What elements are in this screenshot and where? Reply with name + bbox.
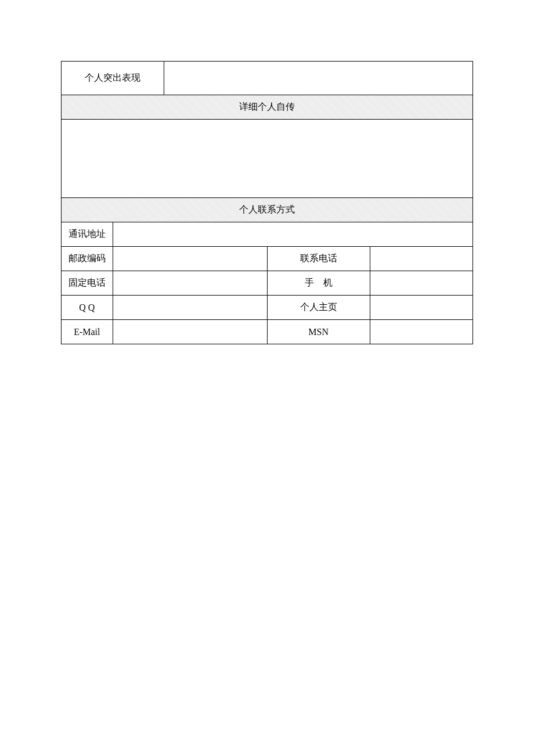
value-homepage xyxy=(370,296,472,320)
value-qq xyxy=(113,296,267,320)
value-personal-highlight xyxy=(164,62,473,95)
label-mobile: 手 机 xyxy=(267,271,370,296)
row-autobio-content xyxy=(62,120,473,198)
value-landline xyxy=(113,271,267,296)
label-phone: 联系电话 xyxy=(267,247,370,271)
row-contact-email-msn: E-Mail MSN xyxy=(62,320,473,344)
label-msn: MSN xyxy=(267,320,370,344)
row-contact-address: 通讯地址 xyxy=(62,222,473,247)
value-autobio-content xyxy=(62,120,473,198)
value-mobile xyxy=(370,271,472,296)
label-postal: 邮政编码 xyxy=(62,247,113,271)
value-phone xyxy=(370,247,472,271)
section-header-contact: 个人联系方式 xyxy=(62,198,473,222)
resume-table: 个人突出表现 详细个人自传 个人联系方式 通讯地址 邮政编码 联系电话 xyxy=(61,61,473,344)
row-contact-qq-homepage: Q Q 个人主页 xyxy=(62,296,473,320)
row-contact-landline-mobile: 固定电话 手 机 xyxy=(62,271,473,296)
label-address: 通讯地址 xyxy=(62,222,113,247)
value-postal xyxy=(113,247,267,271)
row-contact-postal-phone: 邮政编码 联系电话 xyxy=(62,247,473,271)
row-personal-highlight: 个人突出表现 xyxy=(62,62,473,95)
label-qq: Q Q xyxy=(62,296,113,320)
section-header-autobio: 详细个人自传 xyxy=(62,95,473,120)
label-personal-highlight: 个人突出表现 xyxy=(62,62,164,95)
section-header-autobio-row: 详细个人自传 xyxy=(62,95,473,120)
value-email xyxy=(113,320,267,344)
label-landline: 固定电话 xyxy=(62,271,113,296)
label-homepage: 个人主页 xyxy=(267,296,370,320)
label-email: E-Mail xyxy=(62,320,113,344)
value-address xyxy=(113,222,472,247)
value-msn xyxy=(370,320,472,344)
section-header-contact-row: 个人联系方式 xyxy=(62,198,473,222)
document-page: 个人突出表现 详细个人自传 个人联系方式 通讯地址 邮政编码 联系电话 xyxy=(0,0,534,756)
